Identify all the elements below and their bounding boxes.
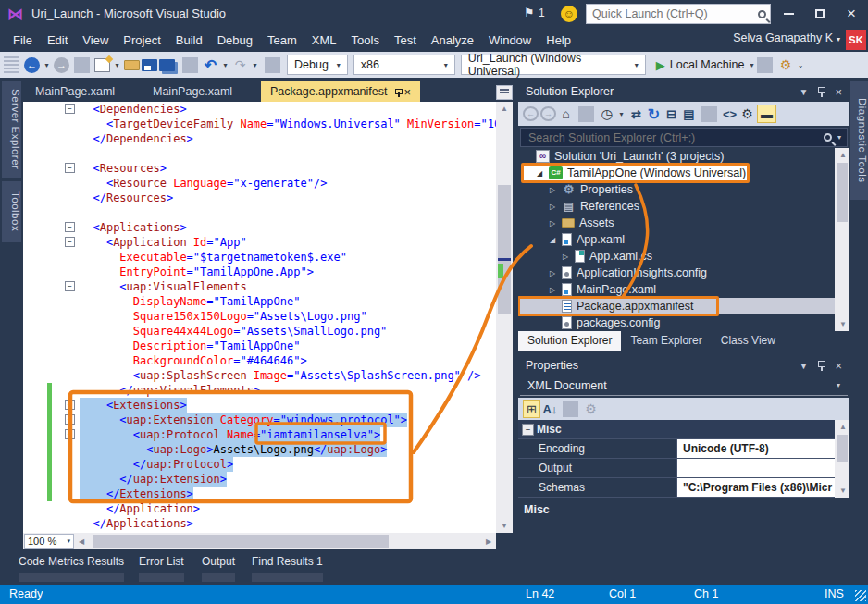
code-line[interactable]: <TargetDeviceFamily Name="Windows.Univer… xyxy=(80,117,496,131)
server-explorer-side-tab[interactable]: Server Explorer xyxy=(2,81,21,178)
code-line[interactable]: </uap:VisualElements> xyxy=(80,383,496,398)
redo-caret[interactable]: ▾ xyxy=(250,55,260,75)
maximize-button[interactable] xyxy=(805,0,835,28)
code-line[interactable]: </Resources> xyxy=(80,191,496,205)
redo-button[interactable]: ↷ xyxy=(232,55,248,75)
code-line[interactable]: <Applications> xyxy=(80,220,496,235)
properties-button[interactable]: ⚙ xyxy=(739,104,755,124)
save-all-button[interactable] xyxy=(159,59,175,71)
code-text[interactable]: <Dependencies> <TargetDeviceFamily Name=… xyxy=(80,102,496,533)
document-tab[interactable]: MainPage.xaml xyxy=(143,81,259,102)
window-position-caret-icon[interactable]: ▼ xyxy=(800,87,809,97)
document-tab[interactable]: Package.appxmanifest× xyxy=(261,81,420,102)
code-line[interactable]: <uap:SplashScreen Image="Assets\SplashSc… xyxy=(80,368,496,383)
scroll-up-icon[interactable]: ▲ xyxy=(835,420,851,434)
code-line[interactable]: </uap:Protocol> xyxy=(80,457,496,472)
toolbar-overflow-button[interactable]: ⌄ xyxy=(795,55,805,75)
collapsed-arrow-icon[interactable]: ▷ xyxy=(550,203,562,211)
tree-item-app-xaml[interactable]: ◢App.xaml xyxy=(518,231,835,248)
scrollbar-thumb[interactable] xyxy=(93,535,389,548)
tree-item-package-appxmanifest[interactable]: Package.appxmanifest xyxy=(518,298,835,314)
collapse-region-icon[interactable]: − xyxy=(65,237,75,247)
close-button[interactable]: × xyxy=(837,0,866,28)
solution-configuration-dropdown[interactable]: Debug▾ xyxy=(287,55,348,75)
scrollbar-thumb[interactable] xyxy=(837,435,848,462)
alphabetical-button[interactable]: A↓ xyxy=(542,399,558,419)
window-position-caret-icon[interactable]: ▼ xyxy=(800,361,809,371)
code-line[interactable]: <uap:Protocol Name="iamtamilanselva"> xyxy=(80,427,496,442)
save-button[interactable] xyxy=(142,59,157,71)
sync-with-active-document-button[interactable]: ⇄ xyxy=(628,104,644,124)
collapse-region-icon[interactable]: − xyxy=(65,104,75,114)
collapse-region-icon[interactable]: − xyxy=(65,414,75,425)
collapsed-arrow-icon[interactable]: ▷ xyxy=(550,286,562,294)
properties-header[interactable]: Properties ▼ × xyxy=(518,355,849,376)
property-pages-button[interactable]: ⚙ xyxy=(583,399,599,419)
editor-zoom-dropdown[interactable]: 100 %▾ xyxy=(24,534,74,549)
tree-item-mainpage-xaml[interactable]: ▷MainPage.xaml xyxy=(518,281,835,298)
undo-button[interactable]: ↶ xyxy=(203,55,218,75)
menu-item-build[interactable]: Build xyxy=(168,30,210,51)
solution-platform-dropdown[interactable]: x86▾ xyxy=(353,55,455,75)
collapsed-arrow-icon[interactable]: ▷ xyxy=(563,253,575,261)
menu-item-team[interactable]: Team xyxy=(260,30,304,51)
code-line[interactable]: </Extensions> xyxy=(80,487,496,501)
collapse-all-button[interactable]: ⊟ xyxy=(663,104,679,124)
navigate-forward-button[interactable]: → xyxy=(540,106,556,121)
pending-changes-filter-button[interactable]: ◷ xyxy=(599,104,614,124)
toolbox-side-tab[interactable]: Toolbox xyxy=(2,181,21,242)
scrollbar-thumb[interactable] xyxy=(837,163,848,222)
tree-item-packages-config[interactable]: packages.config xyxy=(518,314,835,331)
bottom-tab-find-results-1[interactable]: Find Results 1 xyxy=(252,555,323,568)
code-line[interactable] xyxy=(80,146,496,161)
code-line[interactable]: <Resource Language="x-generate"/> xyxy=(80,176,496,191)
property-row[interactable]: Misc xyxy=(518,420,835,439)
editor-splitter-handle[interactable] xyxy=(496,85,513,100)
collapse-region-icon[interactable]: − xyxy=(65,163,75,173)
add-item-button[interactable] xyxy=(124,60,140,70)
tree-item-assets[interactable]: ▷Assets xyxy=(518,215,835,231)
scrollbar-thumb[interactable] xyxy=(498,185,511,314)
code-line[interactable]: <uap:Logo>Assets\Logo.png</uap:Logo> xyxy=(80,442,496,457)
code-line[interactable]: <Dependencies> xyxy=(80,102,496,117)
collapsed-arrow-icon[interactable]: ▷ xyxy=(550,186,562,194)
panel-tab-team-explorer[interactable]: Team Explorer xyxy=(621,331,711,351)
refresh-button[interactable]: ↻ xyxy=(646,104,662,124)
filter-caret[interactable]: ▾ xyxy=(616,104,626,124)
code-line[interactable]: BackgroundColor="#464646"> xyxy=(80,353,496,368)
navigate-back-button[interactable]: ← xyxy=(523,106,539,121)
property-value[interactable]: "C:\Program Files (x86)\Micr xyxy=(677,478,835,497)
code-line[interactable]: <Resources> xyxy=(80,161,496,176)
signed-in-user[interactable]: Selva Ganapathy K▾ xyxy=(733,31,840,44)
menu-item-analyze[interactable]: Analyze xyxy=(424,30,481,51)
solution-explorer-search-box[interactable]: ▾ xyxy=(520,128,848,147)
solution-explorer-search-input[interactable] xyxy=(527,130,824,145)
tree-item-properties[interactable]: ▷⚙Properties xyxy=(518,181,835,198)
bottom-tab-error-list[interactable]: Error List xyxy=(139,555,184,568)
scroll-down-icon[interactable]: ▼ xyxy=(835,317,851,331)
code-line[interactable]: EntryPoint="TamilAppOne.App"> xyxy=(80,265,496,279)
code-line[interactable]: </Application> xyxy=(80,501,496,516)
menu-item-window[interactable]: Window xyxy=(481,30,539,51)
property-row[interactable]: Schemas"C:\Program Files (x86)\Micr xyxy=(518,478,835,498)
property-row[interactable]: Output xyxy=(518,459,835,478)
scroll-left-icon[interactable]: ◀ xyxy=(74,537,89,546)
navigate-backward-button[interactable]: ← xyxy=(24,57,40,73)
tree-item-app-xaml-cs[interactable]: ▷App.xaml.cs xyxy=(518,248,835,265)
property-value[interactable] xyxy=(677,459,835,477)
navigate-backward-caret[interactable]: ▾ xyxy=(42,55,52,75)
code-line[interactable]: </uap:Extension> xyxy=(80,472,496,487)
pin-icon[interactable] xyxy=(817,87,825,97)
panel-tab-solution-explorer[interactable]: Solution Explorer xyxy=(518,331,621,351)
menu-item-tools[interactable]: Tools xyxy=(344,30,387,51)
menu-item-edit[interactable]: Edit xyxy=(40,30,75,51)
new-file-button[interactable] xyxy=(94,58,110,72)
code-line[interactable]: DisplayName="TamilAppOne" xyxy=(80,294,496,309)
resize-grip[interactable] xyxy=(855,590,866,601)
show-all-files-button[interactable]: ▤ xyxy=(681,104,697,124)
code-line[interactable]: Description="TamilAppOne" xyxy=(80,339,496,353)
diagnostic-tools-side-tab[interactable]: Diagnostic Tools xyxy=(850,81,868,200)
code-line[interactable]: <Application Id="App" xyxy=(80,235,496,250)
properties-scrollbar[interactable]: ▲ ▼ xyxy=(835,420,849,498)
pin-icon[interactable] xyxy=(394,88,396,96)
